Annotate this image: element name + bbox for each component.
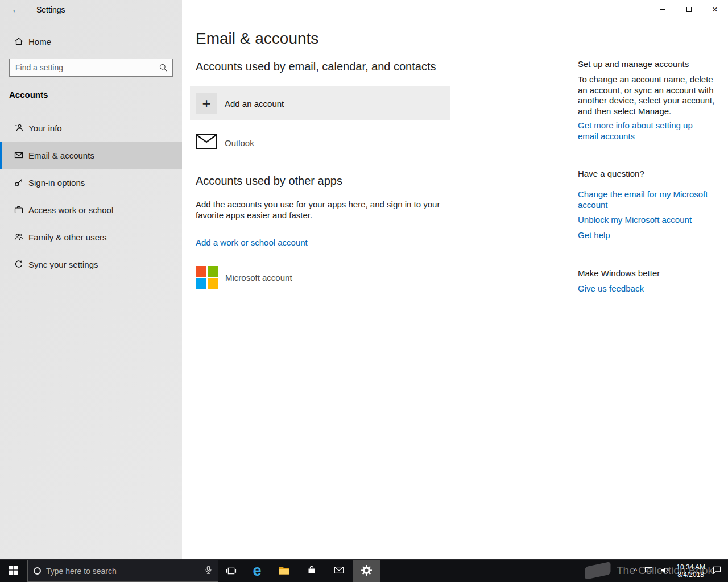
chevron-up-icon: ^	[634, 567, 637, 575]
sidebar-item-label: Your info	[28, 123, 62, 133]
sidebar-item-sync-settings[interactable]: Sync your settings	[0, 251, 182, 278]
home-icon	[14, 37, 23, 46]
sidebar-section-heading: Accounts	[9, 90, 48, 99]
plus-glyph: +	[202, 95, 210, 113]
settings-search-input[interactable]	[9, 59, 173, 77]
back-button[interactable]: ←	[7, 2, 25, 17]
taskbar-search-input[interactable]	[46, 567, 200, 576]
search-icon[interactable]	[159, 63, 168, 74]
sidebar-item-label: Sync your settings	[28, 260, 98, 269]
cortana-icon	[34, 567, 41, 575]
microphone-icon[interactable]	[205, 566, 212, 577]
clock-time: 10:34 AM	[676, 564, 705, 571]
add-account-label: Add an account	[225, 99, 284, 109]
other-apps-heading: Accounts used by other apps	[196, 174, 342, 188]
taskbar-search[interactable]	[27, 560, 218, 582]
sidebar-item-label: Home	[28, 37, 51, 47]
sidebar-item-label: Email & accounts	[28, 151, 94, 160]
mail-envelope-icon	[334, 566, 344, 576]
sidebar: ← Settings Home Accounts Your info	[0, 0, 182, 559]
email-section-heading: Accounts used by email, calendar, and co…	[196, 60, 436, 73]
sidebar-item-your-info[interactable]: Your info	[0, 114, 182, 142]
taskbar-clock[interactable]: 10:34 AM 8/4/2018	[676, 564, 705, 579]
key-icon	[14, 178, 23, 187]
sidebar-item-home[interactable]: Home	[0, 30, 182, 53]
system-tray: ^ 10:34 AM 8/4/2018	[634, 560, 728, 582]
volume-button[interactable]	[660, 567, 669, 576]
start-button[interactable]	[0, 560, 27, 582]
edge-button[interactable]: e	[243, 560, 271, 582]
add-account-button[interactable]: + Add an account	[190, 86, 450, 120]
settings-taskbar-button[interactable]	[353, 560, 380, 582]
question-heading: Have a question?	[578, 169, 644, 178]
close-icon: ×	[712, 5, 718, 14]
window-title: Settings	[36, 5, 65, 14]
add-work-school-link[interactable]: Add a work or school account	[196, 238, 308, 247]
folder-icon	[279, 566, 290, 576]
task-view-button[interactable]	[218, 560, 243, 582]
more-info-link[interactable]: Get more info about setting up email acc…	[578, 120, 713, 142]
maximize-icon	[686, 7, 692, 12]
edge-icon: e	[253, 563, 261, 579]
action-center-button[interactable]	[713, 566, 721, 576]
page-title: Email & accounts	[196, 30, 318, 48]
close-button[interactable]: ×	[702, 0, 728, 18]
sidebar-item-label: Access work or school	[28, 205, 113, 215]
microsoft-logo-icon	[196, 266, 218, 289]
sidebar-nav: Your info Email & accounts Sign-in optio…	[0, 114, 182, 278]
sidebar-item-email-accounts[interactable]: Email & accounts	[0, 142, 182, 169]
network-button[interactable]	[644, 567, 653, 576]
feedback-heading: Make Windows better	[578, 268, 660, 278]
settings-search	[9, 59, 173, 77]
maximize-button[interactable]	[676, 0, 702, 18]
sidebar-item-label: Family & other users	[28, 232, 107, 242]
get-help-link[interactable]: Get help	[578, 230, 610, 241]
sync-icon	[14, 260, 23, 269]
minimize-icon	[660, 9, 665, 10]
mail-button[interactable]	[325, 560, 353, 582]
store-bag-icon	[307, 566, 316, 576]
settings-gear-icon	[361, 564, 373, 578]
your-info-icon	[14, 123, 23, 132]
tray-chevron-up-button[interactable]: ^	[634, 567, 637, 575]
store-button[interactable]	[298, 560, 325, 582]
unblock-account-link[interactable]: Unblock my Microsoft account	[578, 215, 692, 226]
plus-icon: +	[196, 93, 217, 114]
network-icon	[644, 567, 653, 574]
people-icon	[14, 232, 23, 242]
file-explorer-button[interactable]	[271, 560, 298, 582]
other-apps-description: Add the accounts you use for your apps h…	[196, 199, 440, 221]
microsoft-account-item[interactable]: Microsoft account	[190, 260, 450, 294]
windows-logo-icon	[9, 566, 18, 576]
outlook-account-item[interactable]: Outlook	[190, 126, 450, 159]
window-controls: ×	[650, 0, 728, 18]
minimize-button[interactable]	[650, 0, 676, 18]
change-email-link[interactable]: Change the email for my Microsoft accoun…	[578, 189, 709, 210]
sidebar-item-sign-in-options[interactable]: Sign-in options	[0, 169, 182, 196]
taskbar: e	[0, 559, 728, 582]
sidebar-item-access-work-school[interactable]: Access work or school	[0, 196, 182, 223]
microsoft-account-label: Microsoft account	[225, 273, 292, 282]
outlook-label: Outlook	[225, 138, 254, 148]
feedback-link[interactable]: Give us feedback	[578, 284, 644, 294]
back-icon: ←	[11, 5, 20, 14]
email-accounts-icon	[14, 151, 23, 160]
volume-icon	[660, 567, 669, 574]
task-view-icon	[226, 567, 237, 575]
clock-date: 8/4/2018	[676, 571, 705, 579]
selected-accent-bar	[0, 142, 2, 169]
action-center-icon	[713, 566, 721, 574]
sidebar-item-label: Sign-in options	[28, 178, 85, 188]
manage-body: To change an account name, delete an acc…	[578, 74, 717, 117]
manage-heading: Set up and manage accounts	[578, 59, 689, 69]
taskbar-spacer	[380, 560, 634, 582]
sidebar-item-family-other-users[interactable]: Family & other users	[0, 223, 182, 251]
briefcase-icon	[14, 205, 23, 214]
outlook-envelope-icon	[196, 134, 217, 152]
settings-window: ← Settings Home Accounts Your info	[0, 0, 728, 559]
